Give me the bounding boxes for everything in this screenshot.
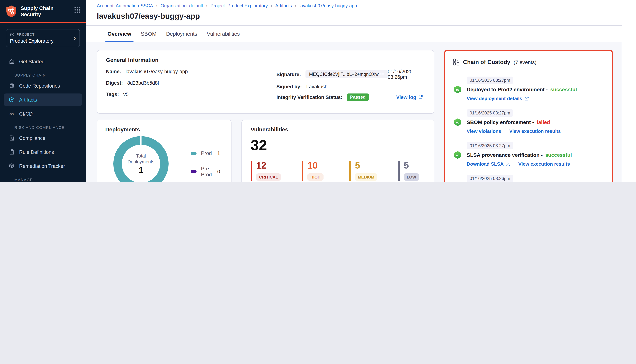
view-log-link[interactable]: View log — [396, 94, 425, 100]
timeline-event: 01/16/2025 03:27pm ∞ SBOM policy enforce… — [454, 109, 604, 134]
sidebar-nav: Get Started SUPPLY CHAIN Code Repositori… — [0, 54, 86, 182]
event-timestamp: 01/16/2025 03:27pm — [467, 142, 513, 150]
severity-badge: LOW — [404, 173, 419, 181]
digest-value: 8d23bd3b5d8f — [127, 80, 159, 86]
module-switcher-icon[interactable] — [74, 6, 80, 13]
tab-deployments[interactable]: Deployments — [166, 26, 197, 42]
donut-total: 1 — [139, 166, 143, 174]
tab-vulnerabilities[interactable]: Vulnerabilities — [207, 26, 240, 42]
severity-high: 10 HIGH — [302, 161, 328, 181]
legend-item-preprod: Pre Prod 0 — [191, 166, 220, 178]
sidebar-item-compliance[interactable]: Compliance — [4, 132, 82, 144]
sidebar-item-label: Remediation Tracker — [19, 163, 65, 169]
page-title: lavakush07/easy-buggy-app — [97, 12, 622, 20]
breadcrumb: Account: Automation-SSCA › Organization:… — [97, 3, 622, 8]
pipeline-event-icon: ∞ — [454, 151, 462, 159]
clipboard-check-icon — [8, 149, 15, 155]
legend-value: 0 — [217, 168, 220, 174]
sidebar-item-label: Artifacts — [19, 97, 37, 102]
breadcrumb-separator: › — [295, 3, 296, 8]
legend-value: 1 — [217, 150, 220, 156]
module-accent-bar — [0, 22, 86, 23]
chevron-right-icon: › — [74, 35, 76, 41]
download-slsa-link[interactable]: Download SLSA — [467, 161, 510, 167]
pipeline-event-icon: ∞ — [454, 86, 462, 93]
sidebar-item-label: Code Repositories — [19, 83, 60, 88]
sidebar-item-artifacts[interactable]: Artifacts — [4, 94, 82, 106]
right-rail — [622, 0, 636, 182]
signature-date: 01/16/2025 03:26pm — [388, 69, 425, 80]
signature-value: MEQCICde2VjIT...bL+2+mqnOXw== — [306, 70, 388, 78]
sidebar-item-get-started[interactable]: Get Started — [4, 55, 82, 68]
hierarchy-icon — [453, 58, 460, 66]
digest-label: Digest: — [106, 80, 123, 86]
timeline-event: 01/16/2025 03:27pm ∞ Deployed to Prod2 e… — [454, 76, 604, 101]
breadcrumb-account[interactable]: Account: Automation-SSCA — [97, 3, 153, 8]
breadcrumb-separator: › — [156, 3, 158, 8]
signed-by-value: Lavakush — [306, 84, 328, 90]
name-label: Name: — [106, 69, 121, 74]
project-cube-icon — [10, 32, 14, 37]
status-badge: Passed — [347, 94, 369, 101]
breadcrumb-artifact-name[interactable]: lavakush07/easy-buggy-app — [300, 3, 357, 8]
event-status: successful — [545, 152, 572, 158]
tab-overview[interactable]: Overview — [108, 26, 131, 42]
sidebar-item-remediation-tracker[interactable]: Remediation Tracker — [4, 160, 82, 172]
tags-label: Tags: — [106, 92, 119, 97]
breadcrumb-separator: › — [206, 3, 208, 8]
severity-badge: CRITICAL — [256, 173, 281, 181]
event-timestamp: 01/16/2025 03:27pm — [467, 76, 513, 84]
sidebar-item-label: Get Started — [19, 59, 44, 64]
legend-label: Pre Prod — [201, 166, 217, 178]
severity-critical: 12 CRITICAL — [251, 161, 281, 181]
events-count: (7 events) — [514, 59, 536, 65]
compliance-doc-icon — [8, 135, 15, 141]
event-timeline: 01/16/2025 03:27pm ∞ Deployed to Prod2 e… — [453, 76, 604, 182]
breadcrumb-project[interactable]: Project: Product Exploratory — [210, 3, 268, 8]
sidebar-item-label: Compliance — [19, 135, 46, 141]
project-selector[interactable]: PROJECT Product Exploratory › — [6, 29, 80, 47]
integrity-status-label: Integrity Verification Status: — [276, 94, 342, 100]
sidebar-item-cicd[interactable]: ∞ CI/CD — [4, 108, 82, 120]
sidebar-item-rule-definitions[interactable]: Rule Definitions — [4, 146, 82, 158]
severity-low: 5 LOW — [398, 161, 425, 181]
tab-sbom[interactable]: SBOM — [141, 26, 156, 42]
chain-of-custody-card: Chain of Custody (7 events) 01/16/2025 0… — [444, 50, 613, 182]
signed-by-label: Signed by: — [276, 84, 302, 90]
severity-count: 5 — [404, 161, 425, 170]
donut-center-label: Total Deployments — [124, 153, 158, 165]
event-title: SBOM policy enforcement - — [467, 119, 534, 125]
supply-chain-security-logo — [6, 5, 17, 18]
vulnerabilities-total: 32 — [251, 137, 425, 154]
severity-count: 12 — [256, 161, 281, 170]
legend-label: Prod — [201, 150, 212, 156]
remediation-cube-icon — [8, 163, 15, 169]
event-title: Deployed to Prod2 environment - — [467, 86, 548, 92]
view-deployment-details-link[interactable]: View deployment details — [467, 96, 529, 101]
preprod-color-chip — [191, 170, 196, 173]
event-status: successful — [550, 86, 577, 92]
code-repository-icon — [8, 83, 15, 89]
sidebar-item-code-repositories[interactable]: Code Repositories — [4, 80, 82, 92]
event-status: failed — [536, 119, 550, 125]
event-timestamp: 01/16/2025 03:26pm — [467, 175, 513, 182]
vulnerabilities-card: Vulnerabilities 32 12 CRITICAL 10 HIGH — [242, 120, 434, 182]
card-title: Vulnerabilities — [251, 126, 425, 132]
severity-count: 10 — [308, 161, 328, 170]
card-title: Deployments — [105, 126, 223, 132]
pipeline-event-icon: ∞ — [454, 118, 462, 126]
view-execution-results-link[interactable]: View execution results — [518, 161, 570, 167]
view-violations-link[interactable]: View violations — [467, 128, 501, 134]
severity-count: 5 — [355, 161, 377, 170]
severity-badge: MEDIUM — [355, 173, 377, 181]
external-link-icon — [418, 95, 423, 99]
breadcrumb-artifacts[interactable]: Artifacts — [275, 3, 292, 8]
section-label-risk-compliance: RISK AND COMPLIANCE — [14, 125, 80, 130]
content-area: General Information Name:lavakush07/easy… — [86, 42, 622, 182]
breadcrumb-organization[interactable]: Organization: default — [160, 3, 203, 8]
legend-item-prod: Prod 1 — [191, 150, 220, 156]
project-eyebrow: PROJECT — [16, 33, 35, 36]
view-execution-results-link[interactable]: View execution results — [509, 128, 561, 134]
severity-badge: HIGH — [308, 173, 324, 181]
event-timestamp: 01/16/2025 03:27pm — [467, 109, 513, 117]
